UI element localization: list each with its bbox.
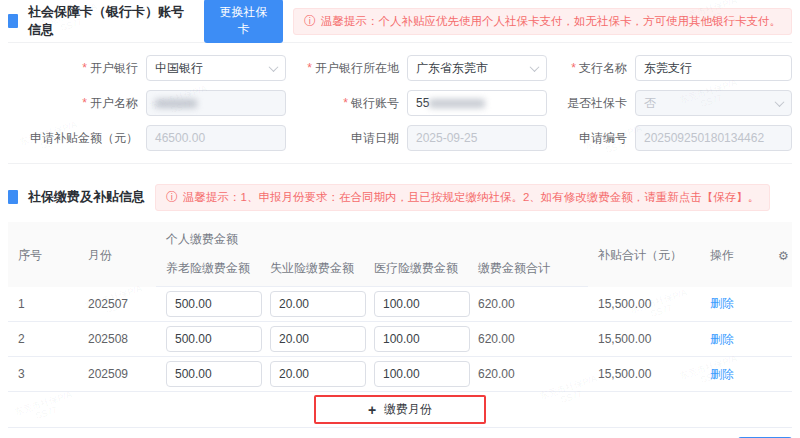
unemployment-input[interactable] <box>270 361 366 387</box>
contribution-table: 序号 月份 个人缴费金额 补贴合计（元） 操作 ⚙ 养老险缴费金额 失业险缴费金… <box>8 222 792 428</box>
col-header-medical: 医疗险缴费金额 <box>364 254 468 287</box>
medical-input[interactable] <box>374 291 470 317</box>
medical-input[interactable] <box>374 361 470 387</box>
bank-account-input[interactable]: 55 <box>407 90 547 116</box>
seq-cell: 1 <box>8 287 78 322</box>
col-header-pension: 养老险缴费金额 <box>156 254 260 287</box>
col-header-action: 操作 <box>700 222 768 287</box>
bank-account-form: *开户银行 中国银行 *开户银行所在地 广东省东莞市 *支行名称 *开户名称 *… <box>8 43 792 161</box>
branch-name-input[interactable] <box>635 55 792 81</box>
section1-title: 社会保障卡（银行卡）账号信息 <box>28 3 194 39</box>
bank-area-label: *开户银行所在地 <box>294 60 399 77</box>
month-cell: 202507 <box>78 287 156 322</box>
table-row: 2 202508 620.00 15,500.00 删除 <box>8 322 792 357</box>
subsidy-cell: 15,500.00 <box>588 322 700 357</box>
pension-input[interactable] <box>166 361 262 387</box>
month-cell: 202509 <box>78 357 156 392</box>
settings-icon[interactable]: ⚙ <box>768 222 792 287</box>
col-header-subsidy: 补贴合计（元） <box>588 222 700 287</box>
pension-input[interactable] <box>166 291 262 317</box>
seq-cell: 3 <box>8 357 78 392</box>
apply-amount-field: 46500.00 <box>146 125 286 151</box>
delete-link[interactable]: 删除 <box>710 367 734 381</box>
col-header-seq: 序号 <box>8 222 78 287</box>
add-payment-month-button[interactable]: + 缴费月份 <box>314 395 486 424</box>
footer: 保存 <box>8 428 792 438</box>
apply-no-label: 申请编号 <box>555 130 627 147</box>
unemployment-input[interactable] <box>270 326 366 352</box>
is-social-card-select: 否 <box>635 90 792 116</box>
section2-header: 社保缴费及补贴信息 ⓘ 温馨提示：1、申报月份要求：在合同期内，且已按规定缴纳社… <box>8 184 792 210</box>
apply-date-field: 2025-09-25 <box>407 125 547 151</box>
is-social-card-label: 是否社保卡 <box>555 95 627 112</box>
col-group-personal-contribution: 个人缴费金额 <box>156 222 588 254</box>
plus-icon: + <box>368 402 376 418</box>
section1-header: 社会保障卡（银行卡）账号信息 更换社保卡 ⓘ 温馨提示：个人补贴应优先使用个人社… <box>8 8 792 34</box>
section2-alert-text: 温馨提示：1、申报月份要求：在合同期内，且已按规定缴纳社保。2、如有修改缴费金额… <box>183 190 759 205</box>
col-header-unemployment: 失业险缴费金额 <box>260 254 364 287</box>
section2-alert: ⓘ 温馨提示：1、申报月份要求：在合同期内，且已按规定缴纳社保。2、如有修改缴费… <box>155 184 770 211</box>
branch-label: *支行名称 <box>555 60 627 77</box>
chevron-down-icon <box>269 62 279 72</box>
apply-no-field: 202509250180134462 <box>635 125 792 151</box>
info-icon: ⓘ <box>166 189 178 206</box>
section1-alert: ⓘ 温馨提示：个人补贴应优先使用个人社保卡支付，如无社保卡，方可使用其他银行卡支… <box>293 8 792 35</box>
page: 东莞市社保P/ASS77 东莞市社保P/ASS77 东莞市社保P/ASS77 东… <box>0 0 800 438</box>
bank-label: *开户银行 <box>8 60 138 77</box>
add-payment-month-label: 缴费月份 <box>384 401 432 418</box>
month-cell: 202508 <box>78 322 156 357</box>
account-name-label: *开户名称 <box>8 95 138 112</box>
apply-date-label: 申请日期 <box>294 130 399 147</box>
subsidy-cell: 15,500.00 <box>588 287 700 322</box>
section-marker <box>8 14 18 28</box>
info-icon: ⓘ <box>304 13 316 30</box>
account-name-field <box>146 90 286 116</box>
total-cell: 620.00 <box>468 322 588 357</box>
redacted-value <box>429 99 485 108</box>
chevron-down-icon <box>530 62 540 72</box>
change-social-card-button[interactable]: 更换社保卡 <box>204 0 283 43</box>
redacted-value <box>155 99 197 108</box>
bank-no-label: *银行账号 <box>294 95 399 112</box>
delete-link[interactable]: 删除 <box>710 296 734 310</box>
section-marker <box>8 190 18 204</box>
table-row: 3 202509 620.00 15,500.00 删除 <box>8 357 792 392</box>
table-row: 1 202507 620.00 15,500.00 删除 <box>8 287 792 322</box>
total-cell: 620.00 <box>468 287 588 322</box>
subsidy-cell: 15,500.00 <box>588 357 700 392</box>
bank-select[interactable]: 中国银行 <box>146 55 286 81</box>
chevron-down-icon <box>775 97 785 107</box>
section1-alert-text: 温馨提示：个人补贴应优先使用个人社保卡支付，如无社保卡，方可使用其他银行卡支付。 <box>321 14 781 29</box>
col-header-total: 缴费金额合计 <box>468 254 588 287</box>
bank-area-select[interactable]: 广东省东莞市 <box>407 55 547 81</box>
section2-title: 社保缴费及补贴信息 <box>28 188 145 206</box>
delete-link[interactable]: 删除 <box>710 332 734 346</box>
seq-cell: 2 <box>8 322 78 357</box>
col-header-month: 月份 <box>78 222 156 287</box>
unemployment-input[interactable] <box>270 291 366 317</box>
medical-input[interactable] <box>374 326 470 352</box>
total-cell: 620.00 <box>468 357 588 392</box>
pension-input[interactable] <box>166 326 262 352</box>
divider <box>8 163 792 164</box>
apply-amount-label: 申请补贴金额（元） <box>8 130 138 147</box>
